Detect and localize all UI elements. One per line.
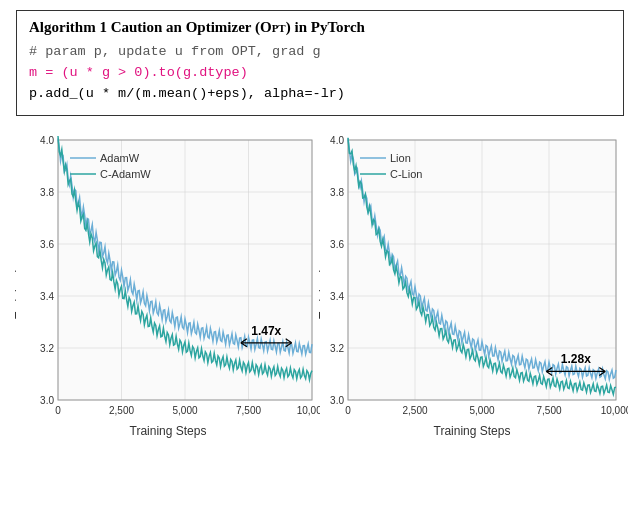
chart-left-x-label: Training Steps <box>130 424 207 438</box>
code-line-3: p.add_(u * m/(m.mean()+eps), alpha=-lr) <box>29 84 611 105</box>
algorithm-box: Algorithm 1 Caution an Optimizer (Opt) i… <box>16 10 624 116</box>
chart-right: Training Loss Training Steps <box>320 128 624 438</box>
code-line-2: m = (u * g > 0).to(g.dtype) <box>29 63 611 84</box>
chart-right-x-label: Training Steps <box>434 424 511 438</box>
algo-number: Algorithm 1 <box>29 19 107 35</box>
algo-title-text: Caution an Optimizer (Opt) in PyTorch <box>111 19 365 35</box>
chart-right-canvas <box>320 128 628 438</box>
main-container: Algorithm 1 Caution an Optimizer (Opt) i… <box>0 0 640 448</box>
code-block: # param p, update u from OPT, grad g m =… <box>29 42 611 105</box>
chart-left: Training Loss Training Steps <box>16 128 320 438</box>
chart-left-canvas <box>16 128 324 438</box>
algorithm-title: Algorithm 1 Caution an Optimizer (Opt) i… <box>29 19 611 36</box>
code-line-1: # param p, update u from OPT, grad g <box>29 42 611 63</box>
charts-row: Training Loss Training Steps Training Lo… <box>16 128 624 438</box>
